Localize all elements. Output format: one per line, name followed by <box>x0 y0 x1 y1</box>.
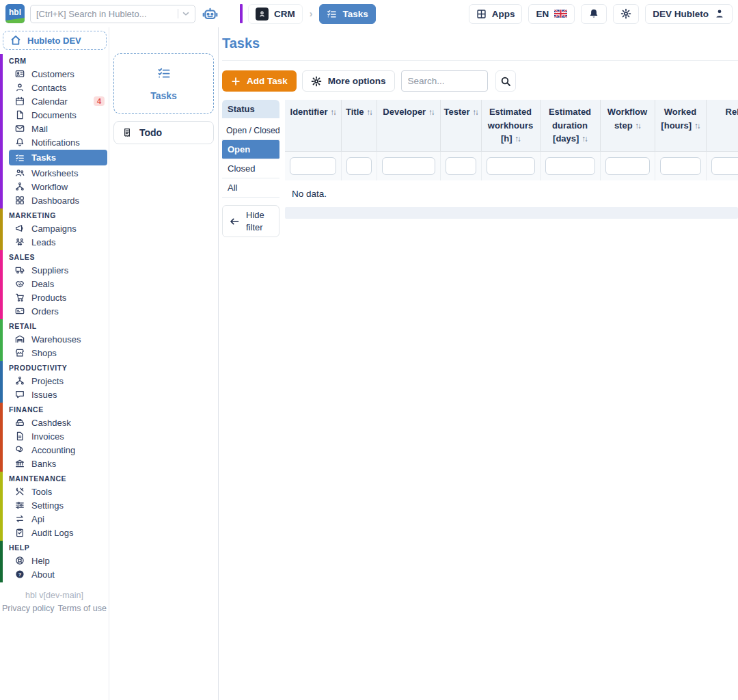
arrow-left-icon <box>229 216 240 227</box>
column-filter-input-tester[interactable] <box>446 157 476 175</box>
sidebar-item-api[interactable]: Api <box>3 512 109 526</box>
apps-button[interactable]: Apps <box>469 4 523 24</box>
sidebar-item-audit-logs[interactable]: Audit Logs <box>3 526 109 539</box>
breadcrumb-app-crm[interactable]: CRM <box>248 4 303 24</box>
footer-link-privacy-policy[interactable]: Privacy policy <box>2 604 54 613</box>
column-filter-input-worked-hours[interactable] <box>660 157 701 175</box>
hide-filter-button[interactable]: Hide filter <box>222 205 279 237</box>
submenu-item-todo[interactable]: Todo <box>113 121 214 144</box>
column-filter-input-related-to[interactable] <box>711 157 738 175</box>
sidebar-item-deals[interactable]: Deals <box>3 277 109 291</box>
column-header-title[interactable]: Title↑↓ <box>341 100 377 151</box>
tools-icon <box>14 487 25 496</box>
sidebar-item-calendar[interactable]: Calendar4 <box>3 94 109 108</box>
sort-icon[interactable]: ↑↓ <box>330 108 336 116</box>
sidebar-item-shops[interactable]: Shops <box>3 346 109 360</box>
sidebar-item-warehouses[interactable]: Warehouses <box>3 332 109 346</box>
column-filter-input-workflow-step[interactable] <box>605 157 650 175</box>
sidebar-item-workflow[interactable]: Workflow <box>3 180 109 193</box>
sidebar-item-orders[interactable]: Orders <box>3 304 109 318</box>
column-filter-input-title[interactable] <box>346 157 372 175</box>
sidebar-item-cashdesk[interactable]: Cashdesk <box>3 416 109 429</box>
sort-icon[interactable]: ↑↓ <box>636 122 641 130</box>
chevron-down-icon[interactable] <box>181 9 191 18</box>
sidebar-item-customers[interactable]: Customers <box>3 67 109 81</box>
sidebar-item-settings[interactable]: Settings <box>3 498 109 512</box>
tasks-table: Identifier↑↓Title↑↓Developer↑↓Tester↑↓Es… <box>285 100 738 219</box>
sidebar-item-label: Products <box>31 293 66 303</box>
sidebar-item-notifications[interactable]: Notifications <box>3 135 109 149</box>
filter-cell-related-to <box>706 151 738 180</box>
breadcrumb-page-tasks[interactable]: Tasks <box>319 4 375 24</box>
sidebar-item-campaigns[interactable]: Campaigns <box>3 221 109 235</box>
sort-icon[interactable]: ↑↓ <box>473 108 478 116</box>
sidebar-item-leads[interactable]: Leads <box>3 235 109 249</box>
todo-icon <box>122 128 132 137</box>
more-options-button[interactable]: More options <box>302 70 395 92</box>
sidebar-section-marketing: MARKETINGCampaignsLeads <box>0 208 109 250</box>
sidebar-item-about[interactable]: ?About <box>3 567 109 581</box>
sidebar-item-suppliers[interactable]: Suppliers <box>3 263 109 277</box>
column-filter-input-estimated-workhours-h[interactable] <box>487 157 535 175</box>
sidebar-item-products[interactable]: Products <box>3 291 109 304</box>
column-header-related-to[interactable]: Related to <box>706 100 738 151</box>
filter-option-all[interactable]: All <box>222 178 279 198</box>
column-filter-input-estimated-duration-days[interactable] <box>545 157 595 175</box>
column-header-worked-hours[interactable]: Worked [hours]↑↓ <box>655 100 706 151</box>
column-filter-input-developer[interactable] <box>382 157 435 175</box>
column-header-workflow-step[interactable]: Workflow step↑↓ <box>600 100 655 151</box>
sort-icon[interactable]: ↑↓ <box>515 135 521 143</box>
filter-header: Status <box>222 100 279 118</box>
table-search-input[interactable] <box>401 70 488 92</box>
sidebar-item-issues[interactable]: Issues <box>3 388 109 401</box>
column-filter-input-identifier[interactable] <box>290 157 336 175</box>
column-header-estimated-workhours-h[interactable]: Estimated workhours [h]↑↓ <box>481 100 540 151</box>
filter-cell-title <box>341 151 377 180</box>
app-logo[interactable]: hbl <box>5 4 25 23</box>
sidebar-item-tasks[interactable]: Tasks <box>9 150 107 165</box>
sidebar-item-invoices[interactable]: Invoices <box>3 429 109 443</box>
sidebar-item-worksheets[interactable]: Worksheets <box>3 166 109 180</box>
language-button[interactable]: EN <box>528 4 575 24</box>
app-logo-text: hbl <box>9 8 21 17</box>
sidebar-section-crm: CRMCustomersContactsCalendar4DocumentsMa… <box>0 54 109 208</box>
sidebar-item-help[interactable]: Help <box>3 554 109 567</box>
sort-icon[interactable]: ↑↓ <box>694 122 700 130</box>
sidebar-section-retail: RETAILWarehousesShops <box>0 319 109 361</box>
submenu-tasks-card[interactable]: Tasks <box>113 53 214 114</box>
column-header-tester[interactable]: Tester↑↓ <box>440 100 481 151</box>
sidebar-item-tools[interactable]: Tools <box>3 485 109 498</box>
footer-link-terms-of-use[interactable]: Terms of use <box>57 604 107 613</box>
sidebar-item-contacts[interactable]: Contacts <box>3 81 109 94</box>
global-search-input[interactable] <box>36 9 175 19</box>
sidebar-home-button[interactable]: Hubleto DEV <box>3 31 107 50</box>
sidebar-item-mail[interactable]: Mail <box>3 122 109 135</box>
user-menu-button[interactable]: DEV Hubleto <box>645 4 733 24</box>
settings-button[interactable] <box>613 4 639 24</box>
app-version: hbl v[dev-main] <box>0 591 109 600</box>
column-filter-row <box>285 151 738 180</box>
assistant-robot-icon[interactable] <box>201 5 219 23</box>
sidebar-item-projects[interactable]: Projects <box>3 374 109 388</box>
notifications-button[interactable] <box>581 4 607 24</box>
column-header-estimated-duration-days[interactable]: Estimated duration [days]↑↓ <box>540 100 600 151</box>
sidebar-item-documents[interactable]: Documents <box>3 108 109 122</box>
add-task-button[interactable]: Add Task <box>222 70 297 92</box>
sort-icon[interactable]: ↑↓ <box>428 108 434 116</box>
column-header-developer[interactable]: Developer↑↓ <box>377 100 440 151</box>
column-header-identifier[interactable]: Identifier↑↓ <box>285 100 341 151</box>
filter-options: Open / Closed OpenClosedAll <box>222 122 279 198</box>
sidebar-item-dashboards[interactable]: Dashboards <box>3 193 109 207</box>
filter-option-closed[interactable]: Closed <box>222 159 279 178</box>
sort-icon[interactable]: ↑↓ <box>582 135 587 143</box>
global-search[interactable] <box>30 5 195 23</box>
status-filter-panel: Status Open / Closed OpenClosedAll Hide … <box>222 100 279 237</box>
column-label: Developer <box>383 107 426 117</box>
sidebar-item-accounting[interactable]: Accounting <box>3 443 109 457</box>
bell-icon <box>588 8 599 19</box>
sort-icon[interactable]: ↑↓ <box>367 108 372 116</box>
sidebar-item-label: Projects <box>31 376 64 386</box>
filter-option-open[interactable]: Open <box>222 140 279 159</box>
search-button[interactable] <box>495 70 516 92</box>
sidebar-item-banks[interactable]: Banks <box>3 457 109 470</box>
